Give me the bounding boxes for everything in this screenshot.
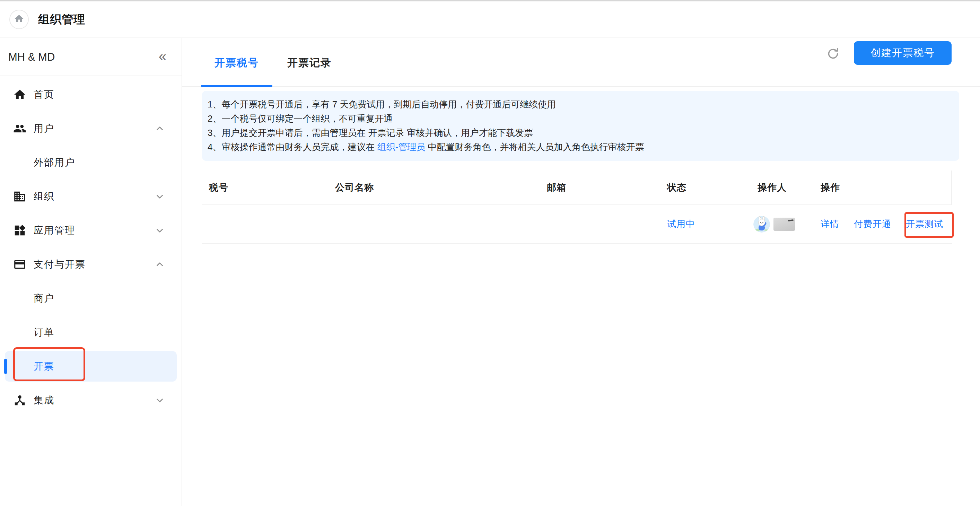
notice-line-4-text: 4、审核操作通常由财务人员完成，建议在 (208, 142, 377, 152)
sidebar-item-payment-invoicing[interactable]: 支付与开票 (0, 247, 181, 282)
operator-avatar (753, 216, 770, 232)
col-header-company: 公司名称 (335, 181, 547, 194)
chevron-up-icon (155, 124, 164, 133)
sidebar-item-home[interactable]: 首页 (0, 78, 181, 111)
refresh-button[interactable] (826, 47, 840, 60)
operator-image (773, 218, 795, 231)
page-title: 组织管理 (38, 2, 85, 37)
tab-bar: 开票税号 开票记录 创建开票税号 (182, 38, 980, 87)
payment-icon (13, 258, 26, 271)
chevron-down-icon (155, 192, 164, 201)
apps-icon (13, 224, 26, 237)
invoice-test-link[interactable]: 开票测试 (906, 218, 943, 230)
home-icon (14, 14, 24, 25)
sidebar-item-label: 应用管理 (33, 213, 75, 247)
sidebar-item-label: 开票 (33, 349, 54, 383)
status-badge: 试用中 (667, 218, 757, 230)
fixed-column-divider (951, 170, 952, 205)
main-content: 开票税号 开票记录 创建开票税号 1、每个开票税号开通后，享有 7 天免费试用，… (182, 38, 980, 506)
create-tax-number-button[interactable]: 创建开票税号 (854, 41, 951, 65)
col-header-email: 邮箱 (547, 181, 667, 194)
col-header-tax-no: 税号 (209, 181, 335, 194)
sidebar-item-label: 外部用户 (33, 146, 75, 180)
sidebar-item-label: 集成 (33, 383, 54, 417)
sidebar-item-integration[interactable]: 集成 (0, 383, 181, 417)
sidebar-item-apps[interactable]: 应用管理 (0, 213, 181, 247)
refresh-icon (826, 56, 840, 62)
integration-icon (13, 394, 26, 407)
home-button[interactable] (10, 10, 29, 29)
sidebar-item-label: 用户 (33, 111, 54, 146)
sidebar-item-external-users[interactable]: 外部用户 (0, 146, 181, 180)
table-row: 试用中 详情 付费开通 (202, 205, 952, 243)
active-tab-underline (201, 85, 272, 87)
tab-invoice-records[interactable]: 开票记录 (274, 38, 345, 87)
notice-line-2: 2、一个税号仅可绑定一个组织，不可重复开通 (208, 111, 952, 126)
sidebar: MH & MD « 首页 用户 外部用户 组织 应用管理 支付与开票 (0, 38, 182, 506)
users-icon (13, 122, 26, 135)
detail-link[interactable]: 详情 (821, 218, 839, 230)
sidebar-item-invoicing[interactable]: 开票 (0, 349, 181, 383)
notice-line-3: 3、用户提交开票申请后，需由管理员在 开票记录 审核并确认，用户才能下载发票 (208, 126, 952, 140)
tab-invoice-tax-number[interactable]: 开票税号 (201, 38, 272, 87)
sidebar-item-users[interactable]: 用户 (0, 111, 181, 146)
chevron-down-icon (155, 396, 164, 405)
chevron-up-icon (155, 260, 164, 269)
sidebar-item-orders[interactable]: 订单 (0, 315, 181, 349)
tax-number-table: 税号 公司名称 邮箱 状态 操作人 操作 试用中 (202, 170, 952, 243)
active-item-indicator (4, 359, 7, 374)
paid-activate-link[interactable]: 付费开通 (854, 218, 891, 230)
table-header-row: 税号 公司名称 邮箱 状态 操作人 操作 (202, 170, 952, 205)
notice-line-4: 4、审核操作通常由财务人员完成，建议在 组织-管理员 中配置财务角色，并将相关人… (208, 140, 952, 154)
sidebar-item-label: 商户 (33, 282, 54, 315)
active-item-highlight (5, 351, 177, 382)
collapse-sidebar-icon[interactable]: « (159, 38, 166, 76)
notice-line-4-text: 中配置财务角色，并将相关人员加入角色执行审核开票 (425, 142, 644, 152)
col-header-status: 状态 (667, 181, 757, 194)
notice-panel: 1、每个开票税号开通后，享有 7 天免费试用，到期后自动停用，付费开通后可继续使… (202, 91, 959, 161)
sidebar-item-label: 组织 (33, 180, 54, 213)
cell-operators (753, 216, 821, 232)
home-icon (13, 88, 26, 101)
org-name: MH & MD (8, 38, 55, 76)
organization-icon (13, 190, 26, 203)
sidebar-header: MH & MD « (0, 38, 181, 76)
col-header-actions: 操作 (821, 181, 952, 194)
topbar: 组织管理 (0, 2, 980, 37)
notice-line-1: 1、每个开票税号开通后，享有 7 天免费试用，到期后自动停用，付费开通后可继续使… (208, 97, 952, 111)
cell-actions: 详情 付费开通 开票测试 (821, 218, 952, 230)
sidebar-item-label: 首页 (33, 78, 54, 111)
col-header-operator: 操作人 (757, 181, 821, 194)
sidebar-menu: 首页 用户 外部用户 组织 应用管理 支付与开票 商户 (0, 78, 181, 417)
sidebar-item-label: 订单 (33, 315, 54, 349)
chevron-down-icon (155, 226, 164, 235)
org-admin-link[interactable]: 组织-管理员 (377, 142, 426, 152)
sidebar-item-label: 支付与开票 (33, 247, 86, 282)
sidebar-item-organization[interactable]: 组织 (0, 180, 181, 213)
sidebar-item-merchant[interactable]: 商户 (0, 282, 181, 315)
